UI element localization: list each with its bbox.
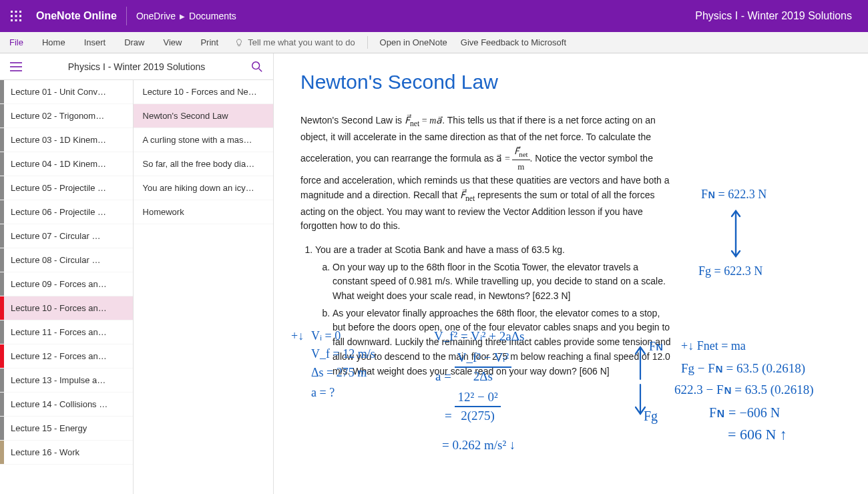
ribbon-tab-insert[interactable]: Insert (75, 32, 116, 53)
problem-1b[interactable]: As your elevator finally approaches the … (333, 306, 674, 379)
ribbon-tab-file[interactable]: File (0, 32, 33, 53)
document-title[interactable]: Physics I - Winter 2019 Solutions (695, 10, 868, 22)
page-body[interactable]: Newton's Second Law is F⃗net = ma⃗. This… (300, 113, 674, 379)
section-item[interactable]: Lecture 08 - Circular … (0, 248, 133, 272)
section-item[interactable]: Lecture 07 - Circular … (0, 224, 133, 248)
breadcrumb-root[interactable]: OneDrive (136, 11, 176, 21)
section-item[interactable]: Lecture 10 - Forces an… (0, 296, 133, 320)
problem-list[interactable]: You are a trader at Scotia Bank and have… (300, 243, 674, 379)
svg-rect-0 (11, 11, 13, 13)
ink-fn-result: Fɴ = −606 N (709, 405, 780, 421)
section-item[interactable]: Lecture 05 - Projectile … (0, 176, 133, 200)
tell-me-placeholder: Tell me what you want to do (248, 37, 355, 47)
page-item[interactable]: So far, all the free body dia… (134, 152, 273, 176)
ink-a-sub: = 12² − 0²2(275) (445, 390, 501, 423)
page-item[interactable]: Newton's Second Law (134, 104, 273, 128)
formula-fnet-ma: F⃗net = ma⃗ (405, 115, 442, 126)
ribbon-tab-home[interactable]: Home (33, 32, 75, 53)
section-item[interactable]: Lecture 11 - Forces an… (0, 320, 133, 344)
breadcrumb-folder[interactable]: Documents (189, 11, 236, 21)
problem-1-stem: You are a trader at Scotia Bank and have… (315, 244, 565, 255)
page-canvas[interactable]: Newton's Second Law Newton's Second Law … (274, 53, 868, 494)
section-item[interactable]: Lecture 01 - Unit Conv… (0, 80, 133, 104)
notebook-title[interactable]: Physics I - Winter 2019 Solutions (32, 61, 241, 72)
chevron-right-icon: ▶ (180, 13, 185, 20)
intro-prefix: Newton's Second Law is (300, 115, 405, 126)
fnet-symbol: F⃗net (460, 190, 475, 200)
ribbon: File Home Insert Draw View Print Tell me… (0, 32, 868, 53)
svg-line-13 (259, 68, 262, 71)
nav-header: Physics I - Winter 2019 Solutions (0, 53, 273, 80)
page-item[interactable]: You are hiking down an icy… (134, 176, 273, 200)
main-area: Physics I - Winter 2019 Solutions Lectur… (0, 53, 868, 494)
lightbulb-icon (234, 38, 244, 47)
ink-a-result: = 0.262 m/s² ↓ (442, 438, 515, 453)
open-in-onenote-link[interactable]: Open in OneNote (373, 32, 454, 53)
nav-columns: Lecture 01 - Unit Conv…Lecture 02 - Trig… (0, 80, 273, 494)
ink-arrow-updown-1 (728, 207, 744, 260)
ink-fn-value: Fɴ = 622.3 N (701, 187, 767, 202)
section-item[interactable]: Lecture 13 - Impulse a… (0, 368, 133, 393)
pages-list[interactable]: Lecture 10 - Forces and Ne…Newton's Seco… (134, 80, 273, 494)
ink-fg-label: Fg (644, 409, 658, 424)
ribbon-tab-print[interactable]: Print (191, 32, 228, 53)
nav-toggle-button[interactable] (0, 62, 32, 71)
sections-list[interactable]: Lecture 01 - Unit Conv…Lecture 02 - Trig… (0, 80, 134, 494)
ribbon-tab-draw[interactable]: Draw (115, 32, 154, 53)
page-title[interactable]: Newton's Second Law (300, 71, 841, 93)
section-item[interactable]: Lecture 04 - 1D Kinem… (0, 152, 133, 176)
page-item[interactable]: Lecture 10 - Forces and Ne… (134, 80, 273, 104)
ink-given-a: a = ? (311, 386, 335, 400)
app-name[interactable]: OneNote Online (32, 7, 127, 25)
section-item[interactable]: Lecture 14 - Collisions … (0, 393, 133, 417)
section-item[interactable]: Lecture 03 - 1D Kinem… (0, 128, 133, 152)
svg-rect-1 (15, 11, 17, 13)
ribbon-tab-view[interactable]: View (154, 32, 192, 53)
section-item[interactable]: Lecture 02 - Trigonom… (0, 104, 133, 128)
svg-rect-3 (11, 15, 13, 17)
navigation-pane: Physics I - Winter 2019 Solutions Lectur… (0, 53, 274, 494)
ribbon-separator (367, 36, 368, 49)
svg-rect-8 (19, 19, 21, 21)
ink-sub-1: Fg − Fɴ = 63.5 (0.2618) (681, 360, 805, 376)
ink-newton-eq: +↓ Fnet = ma (681, 339, 746, 353)
formula-accel: a⃗ = F⃗netm (496, 154, 529, 164)
tell-me-search[interactable]: Tell me what you want to do (228, 32, 361, 53)
section-item[interactable]: Lecture 09 - Forces an… (0, 272, 133, 296)
page-item[interactable]: A curling stone with a mas… (134, 128, 273, 152)
svg-rect-2 (19, 11, 21, 13)
svg-point-12 (252, 61, 260, 69)
app-launcher-icon[interactable] (0, 0, 32, 32)
problem-1a[interactable]: On your way up to the 68th floor in the … (333, 260, 674, 304)
section-item[interactable]: Lecture 16 - Work (0, 441, 133, 465)
problem-1-subparts: On your way up to the 68th floor in the … (315, 260, 674, 379)
give-feedback-link[interactable]: Give Feedback to Microsoft (454, 32, 573, 53)
svg-rect-4 (15, 15, 17, 17)
svg-rect-5 (19, 15, 21, 17)
breadcrumb: OneDrive ▶ Documents (127, 11, 236, 21)
svg-rect-7 (15, 19, 17, 21)
search-button[interactable] (241, 61, 273, 73)
problem-1[interactable]: You are a trader at Scotia Bank and have… (315, 243, 674, 379)
search-icon (251, 61, 263, 73)
ink-final-answer: = 606 N ↑ (728, 426, 787, 443)
title-bar: OneNote Online OneDrive ▶ Documents Phys… (0, 0, 868, 32)
section-item[interactable]: Lecture 06 - Projectile … (0, 200, 133, 224)
ink-sub-2: 622.3 − Fɴ = 63.5 (0.2618) (674, 382, 814, 397)
section-item[interactable]: Lecture 15 - Energy (0, 417, 133, 441)
intro-paragraph[interactable]: Newton's Second Law is F⃗net = ma⃗. This… (300, 113, 674, 234)
svg-rect-6 (11, 19, 13, 21)
page-item[interactable]: Homework (134, 200, 273, 224)
section-item[interactable]: Lecture 12 - Forces an… (0, 344, 133, 368)
ink-fg-value: Fg = 622.3 N (698, 264, 763, 278)
